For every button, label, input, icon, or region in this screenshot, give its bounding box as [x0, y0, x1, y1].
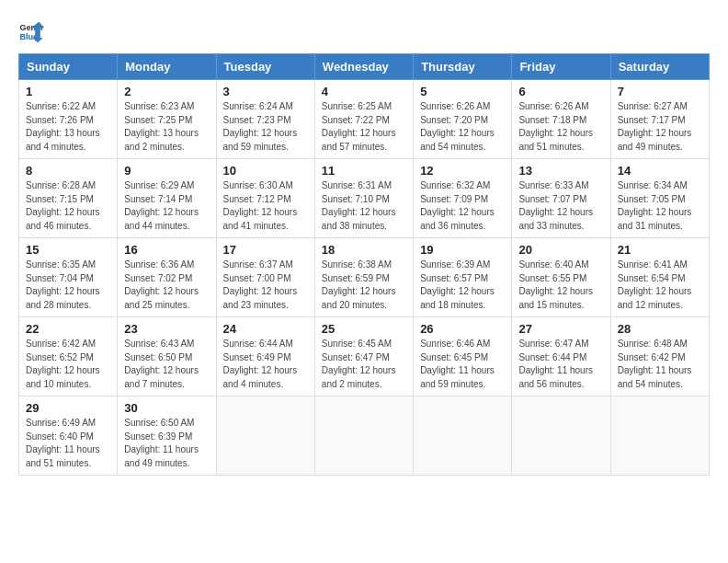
- calendar-week-row: 1Sunrise: 6:22 AM Sunset: 7:26 PM Daylig…: [19, 80, 710, 159]
- day-info: Sunrise: 6:29 AM Sunset: 7:14 PM Dayligh…: [124, 179, 209, 233]
- calendar-day-cell: 10Sunrise: 6:30 AM Sunset: 7:12 PM Dayli…: [216, 159, 314, 238]
- calendar-day-cell: 3Sunrise: 6:24 AM Sunset: 7:23 PM Daylig…: [216, 80, 314, 159]
- day-number: 6: [518, 85, 603, 98]
- weekday-header-wednesday: Wednesday: [314, 54, 413, 80]
- empty-cell: [216, 396, 314, 476]
- weekday-header-saturday: Saturday: [610, 54, 709, 80]
- day-number: 17: [223, 243, 308, 257]
- calendar-table: SundayMondayTuesdayWednesdayThursdayFrid…: [18, 53, 710, 476]
- calendar-day-cell: 30Sunrise: 6:50 AM Sunset: 6:39 PM Dayli…: [118, 396, 216, 476]
- day-number: 3: [223, 85, 308, 98]
- calendar-day-cell: 11Sunrise: 6:31 AM Sunset: 7:10 PM Dayli…: [314, 159, 413, 238]
- day-info: Sunrise: 6:27 AM Sunset: 7:17 PM Dayligh…: [618, 100, 702, 154]
- calendar-week-row: 15Sunrise: 6:35 AM Sunset: 7:04 PM Dayli…: [19, 238, 710, 317]
- day-number: 25: [322, 322, 406, 336]
- day-number: 24: [223, 322, 308, 336]
- calendar-day-cell: 5Sunrise: 6:26 AM Sunset: 7:20 PM Daylig…: [414, 80, 512, 159]
- calendar-day-cell: 17Sunrise: 6:37 AM Sunset: 7:00 PM Dayli…: [216, 238, 314, 317]
- day-number: 10: [223, 164, 308, 178]
- day-info: Sunrise: 6:23 AM Sunset: 7:25 PM Dayligh…: [124, 100, 209, 154]
- calendar-day-cell: 7Sunrise: 6:27 AM Sunset: 7:17 PM Daylig…: [610, 80, 709, 159]
- day-info: Sunrise: 6:33 AM Sunset: 7:07 PM Dayligh…: [518, 179, 603, 233]
- day-info: Sunrise: 6:46 AM Sunset: 6:45 PM Dayligh…: [420, 338, 505, 391]
- calendar-day-cell: 16Sunrise: 6:36 AM Sunset: 7:02 PM Dayli…: [118, 238, 216, 317]
- day-info: Sunrise: 6:24 AM Sunset: 7:23 PM Dayligh…: [223, 100, 308, 154]
- day-number: 14: [618, 164, 702, 178]
- calendar-day-cell: 2Sunrise: 6:23 AM Sunset: 7:25 PM Daylig…: [118, 80, 216, 159]
- calendar-day-cell: 25Sunrise: 6:45 AM Sunset: 6:47 PM Dayli…: [314, 317, 413, 396]
- day-number: 11: [322, 164, 406, 178]
- day-info: Sunrise: 6:47 AM Sunset: 6:44 PM Dayligh…: [518, 338, 603, 391]
- day-info: Sunrise: 6:48 AM Sunset: 6:42 PM Dayligh…: [618, 338, 702, 391]
- day-info: Sunrise: 6:42 AM Sunset: 6:52 PM Dayligh…: [26, 338, 110, 391]
- calendar-day-cell: 24Sunrise: 6:44 AM Sunset: 6:49 PM Dayli…: [216, 317, 314, 396]
- day-info: Sunrise: 6:28 AM Sunset: 7:15 PM Dayligh…: [26, 179, 110, 233]
- day-number: 9: [124, 164, 209, 178]
- day-number: 18: [322, 243, 406, 257]
- day-info: Sunrise: 6:30 AM Sunset: 7:12 PM Dayligh…: [223, 179, 308, 233]
- day-number: 20: [518, 243, 603, 257]
- logo-icon: General Blue: [18, 18, 44, 44]
- weekday-header-row: SundayMondayTuesdayWednesdayThursdayFrid…: [19, 54, 710, 80]
- day-number: 1: [26, 85, 110, 98]
- calendar-day-cell: 26Sunrise: 6:46 AM Sunset: 6:45 PM Dayli…: [414, 317, 512, 396]
- calendar-day-cell: 13Sunrise: 6:33 AM Sunset: 7:07 PM Dayli…: [512, 159, 610, 238]
- day-info: Sunrise: 6:34 AM Sunset: 7:05 PM Dayligh…: [618, 179, 702, 233]
- day-number: 15: [26, 243, 110, 257]
- weekday-header-friday: Friday: [512, 54, 610, 80]
- day-info: Sunrise: 6:38 AM Sunset: 6:59 PM Dayligh…: [322, 259, 406, 312]
- day-info: Sunrise: 6:50 AM Sunset: 6:39 PM Dayligh…: [124, 417, 209, 470]
- calendar-day-cell: 8Sunrise: 6:28 AM Sunset: 7:15 PM Daylig…: [19, 159, 118, 238]
- day-number: 23: [124, 322, 209, 336]
- calendar-day-cell: 1Sunrise: 6:22 AM Sunset: 7:26 PM Daylig…: [19, 80, 118, 159]
- day-number: 26: [420, 322, 505, 336]
- day-number: 30: [124, 401, 209, 415]
- day-info: Sunrise: 6:49 AM Sunset: 6:40 PM Dayligh…: [26, 417, 110, 470]
- day-info: Sunrise: 6:41 AM Sunset: 6:54 PM Dayligh…: [618, 259, 702, 312]
- calendar-day-cell: 28Sunrise: 6:48 AM Sunset: 6:42 PM Dayli…: [610, 317, 709, 396]
- day-number: 27: [518, 322, 603, 336]
- calendar-week-row: 29Sunrise: 6:49 AM Sunset: 6:40 PM Dayli…: [19, 396, 710, 476]
- day-number: 12: [420, 164, 505, 178]
- calendar-week-row: 22Sunrise: 6:42 AM Sunset: 6:52 PM Dayli…: [19, 317, 710, 396]
- calendar-day-cell: 14Sunrise: 6:34 AM Sunset: 7:05 PM Dayli…: [610, 159, 709, 238]
- day-info: Sunrise: 6:39 AM Sunset: 6:57 PM Dayligh…: [420, 259, 505, 312]
- day-number: 7: [618, 85, 702, 98]
- day-info: Sunrise: 6:32 AM Sunset: 7:09 PM Dayligh…: [420, 179, 505, 233]
- day-info: Sunrise: 6:31 AM Sunset: 7:10 PM Dayligh…: [322, 179, 406, 233]
- empty-cell: [414, 396, 512, 476]
- day-number: 28: [618, 322, 702, 336]
- day-info: Sunrise: 6:45 AM Sunset: 6:47 PM Dayligh…: [322, 338, 406, 391]
- day-number: 8: [26, 164, 110, 178]
- weekday-header-thursday: Thursday: [414, 54, 512, 80]
- day-info: Sunrise: 6:25 AM Sunset: 7:22 PM Dayligh…: [322, 100, 406, 154]
- calendar-day-cell: 23Sunrise: 6:43 AM Sunset: 6:50 PM Dayli…: [118, 317, 216, 396]
- day-info: Sunrise: 6:37 AM Sunset: 7:00 PM Dayligh…: [223, 259, 308, 312]
- calendar-day-cell: 20Sunrise: 6:40 AM Sunset: 6:55 PM Dayli…: [512, 238, 610, 317]
- day-info: Sunrise: 6:35 AM Sunset: 7:04 PM Dayligh…: [26, 259, 110, 312]
- day-number: 2: [124, 85, 209, 98]
- empty-cell: [314, 396, 413, 476]
- calendar-day-cell: 21Sunrise: 6:41 AM Sunset: 6:54 PM Dayli…: [610, 238, 709, 317]
- calendar-day-cell: 6Sunrise: 6:26 AM Sunset: 7:18 PM Daylig…: [512, 80, 610, 159]
- calendar-day-cell: 29Sunrise: 6:49 AM Sunset: 6:40 PM Dayli…: [19, 396, 118, 476]
- day-info: Sunrise: 6:26 AM Sunset: 7:20 PM Dayligh…: [420, 100, 505, 154]
- logo: General Blue: [18, 18, 44, 44]
- calendar-day-cell: 15Sunrise: 6:35 AM Sunset: 7:04 PM Dayli…: [19, 238, 118, 317]
- day-info: Sunrise: 6:36 AM Sunset: 7:02 PM Dayligh…: [124, 259, 209, 312]
- day-number: 16: [124, 243, 209, 257]
- day-number: 29: [26, 401, 110, 415]
- day-number: 21: [618, 243, 702, 257]
- day-number: 22: [26, 322, 110, 336]
- day-info: Sunrise: 6:44 AM Sunset: 6:49 PM Dayligh…: [223, 338, 308, 391]
- calendar-day-cell: 22Sunrise: 6:42 AM Sunset: 6:52 PM Dayli…: [19, 317, 118, 396]
- page-header: General Blue: [18, 18, 710, 44]
- day-number: 5: [420, 85, 505, 98]
- calendar-day-cell: 18Sunrise: 6:38 AM Sunset: 6:59 PM Dayli…: [314, 238, 413, 317]
- day-info: Sunrise: 6:26 AM Sunset: 7:18 PM Dayligh…: [518, 100, 603, 154]
- day-info: Sunrise: 6:40 AM Sunset: 6:55 PM Dayligh…: [518, 259, 603, 312]
- day-number: 4: [322, 85, 406, 98]
- day-number: 19: [420, 243, 505, 257]
- calendar-day-cell: 27Sunrise: 6:47 AM Sunset: 6:44 PM Dayli…: [512, 317, 610, 396]
- calendar-day-cell: 19Sunrise: 6:39 AM Sunset: 6:57 PM Dayli…: [414, 238, 512, 317]
